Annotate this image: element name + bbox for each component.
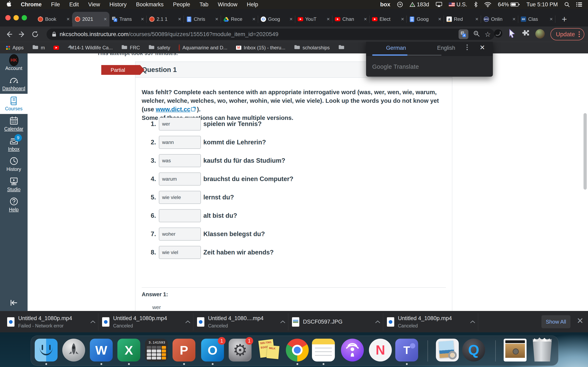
notification-center-icon[interactable] [576,2,582,7]
quiz-answer-input-4[interactable] [159,173,201,185]
spotlight-search-icon[interactable] [564,2,570,7]
bookmark-item-3[interactable] [53,45,59,50]
download-item-1[interactable]: Untitled 4_1080p.mp4Failed - Network err… [7,311,98,333]
menu-bookmarks[interactable]: Bookmarks [136,1,164,8]
menu-edit[interactable]: Edit [69,1,79,8]
menu-tab[interactable]: Tab [199,1,208,8]
extension-dark-icon[interactable] [494,29,503,39]
quiz-answer-input-8[interactable] [159,246,201,259]
translate-source-tab[interactable]: German [386,45,406,51]
page-scrollbar-thumb[interactable] [584,113,587,190]
dock-news[interactable]: N [369,339,392,361]
bookmark-inbox-15-theru[interactable]: MInbox (15) - theru... [236,45,285,50]
sidebar-item-history[interactable]: History [0,154,27,175]
download-item-4[interactable]: DSCF0597.JPG [292,311,383,333]
tab-6[interactable]: Rece✕ [221,12,258,26]
bookmark-apps[interactable]: Apps [6,45,24,50]
translate-page-button[interactable]: 文A [458,29,468,39]
bookmark-m14-1-wildlife-ca[interactable]: M14-1 Wildlife Ca... [68,45,113,50]
back-button[interactable] [4,30,13,39]
input-source-menu-item[interactable]: U.S. [449,1,467,8]
menu-history[interactable]: History [109,1,127,8]
dock-outlook[interactable]: O1 [201,339,224,361]
sidebar-item-help[interactable]: Help [0,195,27,215]
dock-stickies[interactable]: 555-7361EGGSMILK [257,339,280,361]
tab-close-icon[interactable]: ✕ [289,17,293,22]
tab-2-active[interactable]: 2021✕ [72,12,109,26]
dock-preview[interactable] [436,339,459,361]
sidebar-item-account[interactable]: HKAccount [0,53,27,74]
sidebar-item-calendar[interactable]: Calendar [0,114,27,134]
download-expand-chevron-icon[interactable] [89,318,97,326]
menu-window[interactable]: Window [218,1,237,8]
wifi-icon[interactable] [484,2,491,7]
menu-chrome[interactable]: Chrome [21,1,42,8]
dock-powerpoint[interactable]: P [173,339,195,361]
window-zoom-button[interactable] [22,15,27,20]
menu-bar-clock[interactable]: Tue 5:10 PM [526,1,558,8]
menu-file[interactable]: File [51,1,60,8]
zoom-out-icon[interactable] [473,30,480,38]
menu-people[interactable]: People [173,1,190,8]
creative-cloud-icon[interactable] [397,1,403,8]
download-item-5[interactable]: Untitled 4_1080p.mp4Canceled [387,311,478,333]
tab-close-icon[interactable]: ✕ [364,17,367,22]
dock-podcasts[interactable] [341,339,364,361]
bookmark-item-10[interactable] [338,45,345,51]
tab-close-icon[interactable]: ✕ [401,17,404,22]
tab-11[interactable]: Goog✕ [407,12,444,26]
tab-5[interactable]: Chris✕ [184,12,221,26]
quiz-answer-input-6[interactable] [159,209,201,222]
tab-14[interactable]: SISClas✕ [518,12,555,26]
profile-avatar[interactable] [535,29,545,39]
menu-help[interactable]: Help [247,1,258,8]
tab-close-icon[interactable]: ✕ [475,17,479,22]
tab-3[interactable]: 文ATrans✕ [109,12,147,26]
bookmark-safety[interactable]: safety [148,45,170,51]
bluetooth-icon[interactable] [474,1,478,8]
box-menu-item[interactable]: box [380,1,390,8]
chrome-update-menu-button[interactable]: Update [550,28,584,40]
download-expand-chevron-icon[interactable] [184,318,192,326]
forward-button[interactable] [17,30,26,39]
translate-options-menu-icon[interactable] [467,44,468,50]
dock-word[interactable]: W [90,339,113,361]
window-close-button[interactable] [5,15,11,20]
reload-button[interactable] [31,30,40,39]
sidebar-item-studio[interactable]: Studio [0,175,27,195]
tab-close-icon[interactable]: ✕ [549,17,553,22]
bookmark-frc[interactable]: FRC [121,45,140,51]
window-minimize-button[interactable] [13,15,19,20]
dock-teams[interactable]: T [395,339,418,361]
tab-8[interactable]: YouT✕ [295,12,332,26]
dock-calculator[interactable]: 3.141593 [145,339,168,361]
dict-cc-link[interactable]: www.dict.cc [156,106,190,113]
bookmark-m[interactable]: m [32,45,45,51]
tab-close-icon[interactable]: ✕ [215,17,218,22]
quiz-answer-input-1[interactable] [159,117,201,131]
quiz-answer-input-7[interactable] [159,227,201,241]
download-item-3[interactable]: Untitled 4_1080....mp4Canceled [197,311,288,333]
tab-close-icon[interactable]: ✕ [512,17,516,22]
tab-close-icon[interactable]: ✕ [327,17,330,22]
tab-close-icon[interactable]: ✕ [178,17,181,22]
sidebar-item-courses[interactable]: Courses [0,94,27,114]
downloads-bar-close-icon[interactable]: ✕ [577,316,584,325]
download-expand-chevron-icon[interactable] [374,318,382,326]
show-all-downloads-button[interactable]: Show All [541,315,571,328]
download-expand-chevron-icon[interactable] [279,318,287,326]
tab-close-icon[interactable]: ✕ [104,17,107,22]
tab-close-icon[interactable]: ✕ [438,17,441,22]
tab-close-icon[interactable]: ✕ [141,17,144,22]
tab-13[interactable]: MOSOnlin✕ [481,12,518,26]
dock-notes[interactable] [312,339,335,361]
dock-finder[interactable] [35,339,58,361]
quiz-answer-input-2[interactable] [159,136,201,149]
tab-10[interactable]: Elect✕ [370,12,407,26]
menu-view[interactable]: View [88,1,100,8]
bookmark-scholarships[interactable]: scholarships [294,45,330,51]
dock-downloads-stack[interactable] [504,339,527,361]
bookmark-aquamarine-and-d[interactable]: Aquamarine and D... [179,45,227,50]
bookmark-star-icon[interactable]: ☆ [485,30,491,38]
extensions-puzzle-icon[interactable] [521,29,530,39]
